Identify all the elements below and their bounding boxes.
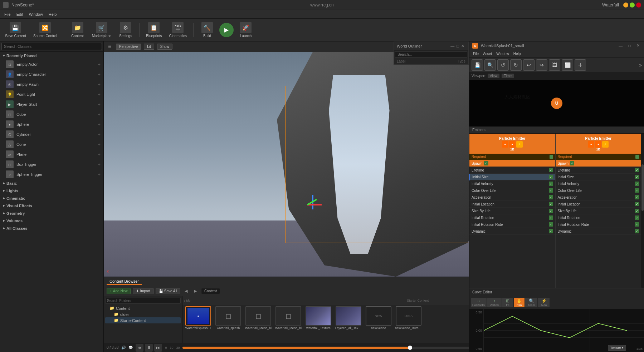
asset-new-scene[interactable]: NEW newScene	[364, 306, 393, 341]
import-button[interactable]: ⬇ Import	[133, 288, 153, 294]
panel-item-plane[interactable]: ▱ Plane +	[0, 149, 103, 159]
panel-item-empty-character[interactable]: 👤 Empty Character +	[0, 69, 103, 79]
basic-header[interactable]: ▸ Basic	[0, 179, 103, 187]
all-classes-header[interactable]: ▸ All Classes	[0, 224, 103, 232]
panel-item-box-trigger[interactable]: ◻ Box Trigger +	[0, 159, 103, 169]
pe-menu-window[interactable]: Window	[494, 52, 511, 56]
curve-horizontal-btn[interactable]: ↔ Horizontal	[471, 298, 487, 307]
class-search-input[interactable]	[1, 43, 102, 50]
pe-module-lifetime-2[interactable]: Lifetime	[556, 167, 641, 174]
pe-module-init-loc-1[interactable]: Initial Location	[469, 201, 555, 208]
folder-item-content[interactable]: 📁 Content	[105, 305, 181, 311]
lights-header[interactable]: ▸ Lights	[0, 187, 103, 194]
content-button[interactable]: 📁 Content	[68, 20, 87, 39]
pe-module-spawn-2[interactable]: Spawn	[556, 160, 641, 167]
maximize-button[interactable]	[630, 3, 635, 8]
asset-waterfall-splash[interactable]: ● WaterfallSplash01	[184, 306, 213, 341]
skip-back-button[interactable]: ⏮	[136, 344, 143, 352]
pe-close-btn[interactable]: ✕	[635, 43, 641, 48]
pe-restart-sim-btn[interactable]: ↺	[497, 59, 509, 71]
minimize-button[interactable]	[623, 3, 628, 8]
skip-forward-button[interactable]: ⏭	[154, 344, 162, 352]
pe-menu-asset[interactable]: Asset	[481, 52, 494, 56]
panel-item-point-light[interactable]: 💡 Point Light +	[0, 89, 103, 99]
pe-browse-btn[interactable]: 🔍	[484, 59, 496, 71]
add-new-button[interactable]: + Add New	[107, 288, 131, 294]
pe-origin-axis-btn[interactable]: ✛	[575, 59, 586, 71]
viewport-menu-btn[interactable]: ☰	[107, 44, 113, 50]
pe-view-btn[interactable]: View	[488, 74, 500, 78]
asset-waterfall-tex1[interactable]: waterfall_Texture	[304, 306, 333, 341]
pe-module-init-loc-2[interactable]: Initial Location	[556, 201, 641, 208]
nav-forward-button[interactable]: ▶	[192, 288, 199, 294]
show-button[interactable]: Show	[157, 44, 172, 50]
pe-module-accel-1[interactable]: Acceleration	[469, 194, 555, 201]
panel-item-sphere[interactable]: ● Sphere +	[0, 119, 103, 129]
settings-button[interactable]: ⚙ Settings	[116, 20, 135, 39]
pe-undo-btn[interactable]: ↩	[523, 59, 535, 71]
pe-expand-btn[interactable]: »	[639, 62, 642, 68]
pe-module-dynamic-1[interactable]: Dynamic	[469, 228, 555, 235]
curve-auto-btn[interactable]: ⚡ Auto	[538, 298, 550, 307]
visual-effects-header[interactable]: ▸ Visual Effects	[0, 202, 103, 209]
pe-module-init-rot-2[interactable]: Initial Rotation	[556, 214, 641, 221]
pe-redo-btn[interactable]: ↪	[536, 59, 547, 71]
pe-module-initial-vel-2[interactable]: Initial Velocity	[556, 180, 641, 187]
curve-zoom-btn[interactable]: 🔍 Zoom	[525, 298, 537, 307]
close-button[interactable]	[636, 3, 641, 8]
panel-item-sphere-trigger[interactable]: ○ Sphere Trigger +	[0, 169, 103, 179]
pe-maximize-btn[interactable]: □	[627, 44, 632, 48]
pe-module-size-life-2[interactable]: Size By Life	[556, 208, 641, 214]
save-current-button[interactable]: 💾 Save Current	[3, 20, 28, 39]
pe-module-size-life-1[interactable]: Size By Life	[469, 208, 555, 214]
pe-restart-level-btn[interactable]: ↻	[510, 59, 522, 71]
folder-item-starter-content[interactable]: 📁 StarterContent	[105, 317, 181, 323]
menu-file[interactable]: File	[1, 11, 14, 17]
pe-module-initial-size-1[interactable]: Initial Size	[469, 174, 555, 180]
panel-item-cube[interactable]: ◻ Cube +	[0, 109, 103, 119]
cinematic-header[interactable]: ▸ Cinematic	[0, 194, 103, 202]
cinematics-button[interactable]: 🎬 Cinematics	[167, 20, 189, 39]
pe-save-btn[interactable]: 💾	[472, 59, 483, 71]
asset-burst-data[interactable]: DATA newScene_BurstData	[394, 306, 423, 341]
blueprints-button[interactable]: 📋 Blueprints	[144, 20, 164, 39]
pe-scrollbar[interactable]	[641, 134, 644, 288]
lit-button[interactable]: Lit	[144, 44, 154, 50]
panel-item-cylinder[interactable]: ⬡ Cylinder +	[0, 129, 103, 139]
pe-module-lifetime-1[interactable]: Lifetime	[469, 167, 555, 174]
curve-vertical-btn[interactable]: ↕ Vertical	[487, 298, 502, 307]
pe-module-color-over-life-2[interactable]: Color Over Life	[556, 187, 641, 194]
recently-placed-header[interactable]: ▾ Recently Placed	[0, 52, 103, 59]
geometry-header[interactable]: ▸ Geometry	[0, 209, 103, 217]
pe-module-init-rot-rate-2[interactable]: Initial Rotation Rate	[556, 221, 641, 228]
pe-module-init-rot-1[interactable]: Initial Rotation	[469, 214, 555, 221]
pe-menu-file[interactable]: File	[471, 52, 481, 56]
panel-item-player-start[interactable]: ▶ Player Start +	[0, 99, 103, 109]
panel-item-empty-pawn[interactable]: ◎ Empty Pawn +	[0, 79, 103, 89]
pe-module-initial-size-2[interactable]: Initial Size	[556, 174, 641, 180]
source-control-button[interactable]: 🔀 Source Control	[31, 20, 59, 39]
folder-item-older[interactable]: 📁 older	[105, 311, 181, 317]
asset-waterfall-mesh1[interactable]: ◻ waterfall_splash	[214, 306, 243, 341]
pe-thumbnail-btn[interactable]: 🖼	[549, 59, 560, 71]
pe-time-btn[interactable]: Time	[502, 74, 514, 78]
pe-minimize-btn[interactable]: —	[617, 44, 624, 48]
pe-bounds-btn[interactable]: ⬜	[562, 59, 573, 71]
save-all-button[interactable]: 💾 Save All	[156, 288, 180, 294]
pe-module-dynamic-2[interactable]: Dynamic	[556, 228, 641, 235]
panel-item-cone[interactable]: △ Cone +	[0, 139, 103, 149]
pe-module-required-2[interactable]: Required	[556, 154, 641, 160]
asset-waterfall-mesh2[interactable]: ◻ Waterfall_Mesh_bl	[244, 306, 273, 341]
curve-fit-btn[interactable]: ⊞ Fit	[502, 298, 513, 307]
pe-module-color-over-life-1[interactable]: Color Over Life	[469, 187, 555, 194]
folder-search-input[interactable]	[105, 298, 181, 304]
menu-window[interactable]: Window	[26, 11, 46, 17]
pe-menu-help[interactable]: Help	[511, 52, 523, 56]
wo-close[interactable]: ✕	[460, 44, 465, 48]
wo-maximize[interactable]: □	[455, 44, 460, 48]
volumes-header[interactable]: ▸ Volumes	[0, 217, 103, 224]
pe-module-accel-2[interactable]: Acceleration	[556, 194, 641, 201]
play-pause-button[interactable]: ⏸	[145, 344, 153, 352]
nav-back-button[interactable]: ◀	[182, 288, 190, 294]
launch-button[interactable]: 🚀 Launch	[236, 20, 255, 39]
